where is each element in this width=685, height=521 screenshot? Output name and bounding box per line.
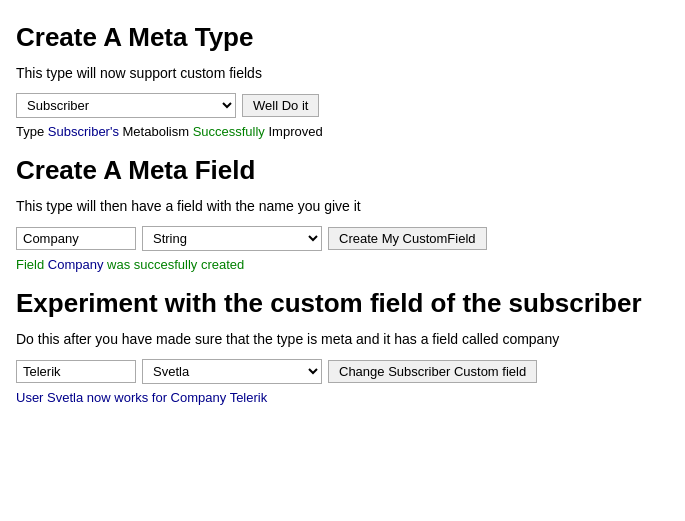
section-experiment: Experiment with the custom field of the … <box>16 288 669 405</box>
section-create-meta-type: Create A Meta Type This type will now su… <box>16 22 669 139</box>
section2-controls-row: String Integer Boolean Date Create My Cu… <box>16 226 669 251</box>
company-input[interactable] <box>16 360 136 383</box>
well-do-it-button[interactable]: Well Do it <box>242 94 319 117</box>
section1-status-highlight: Subscriber's <box>48 124 119 139</box>
section2-status-highlight: Company <box>48 257 104 272</box>
section1-status-highlight2: Successfully <box>193 124 265 139</box>
section1-status-middle: Metabolism <box>119 124 193 139</box>
section3-title: Experiment with the custom field of the … <box>16 288 669 319</box>
section2-title: Create A Meta Field <box>16 155 669 186</box>
section3-description: Do this after you have made sure that th… <box>16 331 669 347</box>
section3-status: User Svetla now works for Company Teleri… <box>16 390 669 405</box>
section2-status: Field Company was succesfully created <box>16 257 669 272</box>
section2-description: This type will then have a field with th… <box>16 198 669 214</box>
section3-controls-row: Svetla Change Subscriber Custom field <box>16 359 669 384</box>
change-subscriber-button[interactable]: Change Subscriber Custom field <box>328 360 537 383</box>
type-select[interactable]: String Integer Boolean Date <box>142 226 322 251</box>
subscriber-select[interactable]: Subscriber <box>16 93 236 118</box>
section1-status-prefix: Type <box>16 124 48 139</box>
section1-controls-row: Subscriber Well Do it <box>16 93 669 118</box>
section2-status-prefix: Field <box>16 257 48 272</box>
field-name-input[interactable] <box>16 227 136 250</box>
section3-status-prefix: User <box>16 390 47 405</box>
section1-title: Create A Meta Type <box>16 22 669 53</box>
section3-status-highlight: Svetla <box>47 390 83 405</box>
section2-status-suffix: was succesfully created <box>103 257 244 272</box>
section1-status-suffix: Improved <box>265 124 323 139</box>
section3-status-middle: now works for Company <box>83 390 229 405</box>
section-create-meta-field: Create A Meta Field This type will then … <box>16 155 669 272</box>
section3-status-highlight2: Telerik <box>230 390 268 405</box>
section1-description: This type will now support custom fields <box>16 65 669 81</box>
create-customfield-button[interactable]: Create My CustomField <box>328 227 487 250</box>
section1-status: Type Subscriber's Metabolism Successfull… <box>16 124 669 139</box>
subscriber-value-select[interactable]: Svetla <box>142 359 322 384</box>
